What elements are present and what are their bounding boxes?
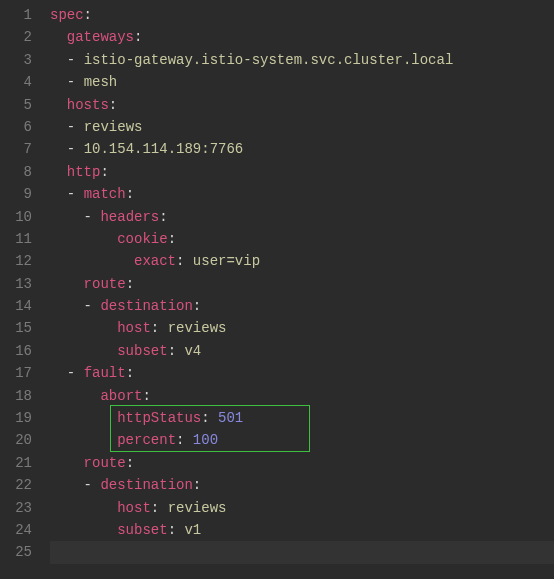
token-dash: - (84, 298, 101, 314)
token-plain (50, 477, 84, 493)
token-colon: : (100, 164, 108, 180)
code-line[interactable]: - headers: (50, 206, 554, 228)
code-line[interactable]: subset: v4 (50, 340, 554, 362)
code-line[interactable]: host: reviews (50, 317, 554, 339)
token-colon: : (126, 365, 134, 381)
code-line[interactable]: percent: 100 (50, 429, 554, 451)
code-line[interactable]: host: reviews (50, 497, 554, 519)
token-string: v1 (184, 522, 201, 538)
token-colon: : (168, 522, 185, 538)
line-number: 7 (6, 138, 32, 160)
line-number: 25 (6, 541, 32, 563)
line-number: 24 (6, 519, 32, 541)
line-number: 15 (6, 317, 32, 339)
token-plain (50, 209, 84, 225)
code-line[interactable]: abort: (50, 385, 554, 407)
token-key: destination (100, 477, 192, 493)
code-line[interactable]: - destination: (50, 295, 554, 317)
code-line[interactable]: - istio-gateway.istio-system.svc.cluster… (50, 49, 554, 71)
code-line[interactable]: - mesh (50, 71, 554, 93)
line-number: 21 (6, 452, 32, 474)
token-string: reviews (168, 500, 227, 516)
token-key: subset (117, 522, 167, 538)
code-line[interactable]: - fault: (50, 362, 554, 384)
token-plain (50, 119, 67, 135)
code-line[interactable]: route: (50, 273, 554, 295)
code-line[interactable]: hosts: (50, 94, 554, 116)
token-colon: : (134, 29, 142, 45)
token-colon: : (159, 209, 167, 225)
code-line[interactable]: subset: v1 (50, 519, 554, 541)
line-number: 6 (6, 116, 32, 138)
token-plain (50, 231, 117, 247)
line-number: 20 (6, 429, 32, 451)
code-editor[interactable]: 1234567891011121314151617181920212223242… (0, 0, 554, 579)
token-plain (50, 432, 117, 448)
token-plain (50, 365, 67, 381)
token-string: user=vip (193, 253, 260, 269)
token-plain (50, 320, 117, 336)
token-plain (50, 298, 84, 314)
token-colon: : (126, 276, 134, 292)
token-plain (50, 388, 100, 404)
token-plain (50, 522, 117, 538)
token-dash: - (67, 365, 84, 381)
token-key: match (84, 186, 126, 202)
code-line[interactable]: - 10.154.114.189:7766 (50, 138, 554, 160)
line-number: 22 (6, 474, 32, 496)
token-string: istio-gateway.istio-system.svc.cluster.l… (84, 52, 454, 68)
line-number: 19 (6, 407, 32, 429)
token-plain (50, 253, 134, 269)
token-colon: : (168, 231, 176, 247)
code-area[interactable]: spec: gateways: - istio-gateway.istio-sy… (40, 0, 554, 579)
token-string: reviews (168, 320, 227, 336)
token-key: abort (100, 388, 142, 404)
line-number: 16 (6, 340, 32, 362)
token-colon: : (126, 455, 134, 471)
line-number: 17 (6, 362, 32, 384)
code-line[interactable]: - destination: (50, 474, 554, 496)
token-key: host (117, 500, 151, 516)
line-number-gutter: 1234567891011121314151617181920212223242… (0, 0, 40, 579)
code-line[interactable] (50, 541, 554, 563)
token-dash: - (67, 186, 84, 202)
line-number: 5 (6, 94, 32, 116)
token-key: exact (134, 253, 176, 269)
token-key: host (117, 320, 151, 336)
token-plain (50, 276, 84, 292)
token-colon: : (176, 253, 193, 269)
token-plain (50, 500, 117, 516)
code-line[interactable]: - match: (50, 183, 554, 205)
line-number: 11 (6, 228, 32, 250)
line-number: 14 (6, 295, 32, 317)
token-dash: - (84, 477, 101, 493)
token-colon: : (193, 477, 201, 493)
token-number: 100 (193, 432, 218, 448)
token-colon: : (193, 298, 201, 314)
code-line[interactable]: spec: (50, 4, 554, 26)
code-line[interactable]: route: (50, 452, 554, 474)
code-line[interactable]: httpStatus: 501 (50, 407, 554, 429)
token-plain (50, 164, 67, 180)
token-string: mesh (84, 74, 118, 90)
code-line[interactable]: http: (50, 161, 554, 183)
code-line[interactable]: exact: user=vip (50, 250, 554, 272)
line-number: 9 (6, 183, 32, 205)
token-colon: : (142, 388, 150, 404)
token-key: fault (84, 365, 126, 381)
code-line[interactable]: - reviews (50, 116, 554, 138)
token-string: 10.154.114.189:7766 (84, 141, 244, 157)
token-string: reviews (84, 119, 143, 135)
line-number: 10 (6, 206, 32, 228)
code-line[interactable]: gateways: (50, 26, 554, 48)
token-key: headers (100, 209, 159, 225)
token-string: v4 (184, 343, 201, 359)
line-number: 8 (6, 161, 32, 183)
token-key: route (84, 455, 126, 471)
line-number: 1 (6, 4, 32, 26)
code-line[interactable]: cookie: (50, 228, 554, 250)
token-plain (50, 141, 67, 157)
token-dash: - (84, 209, 101, 225)
token-dash: - (67, 74, 84, 90)
token-colon: : (151, 320, 168, 336)
